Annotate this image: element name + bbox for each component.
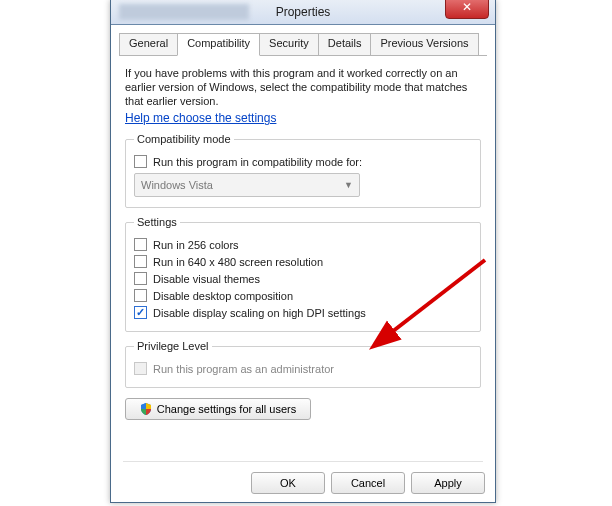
label-disable-dpi-scaling: Disable display scaling on high DPI sett… — [153, 307, 366, 319]
change-all-users-label: Change settings for all users — [157, 403, 296, 415]
checkbox-run-compat-mode[interactable] — [134, 155, 147, 168]
checkbox-disable-dpi-scaling[interactable] — [134, 306, 147, 319]
checkbox-run-as-admin[interactable] — [134, 362, 147, 375]
group-compatibility-mode: Compatibility mode Run this program in c… — [125, 133, 481, 208]
combo-os-version[interactable]: Windows Vista ▼ — [134, 173, 360, 197]
checkbox-256-colors[interactable] — [134, 238, 147, 251]
ok-button[interactable]: OK — [251, 472, 325, 494]
label-disable-desktop-composition: Disable desktop composition — [153, 290, 293, 302]
label-run-as-admin: Run this program as an administrator — [153, 363, 334, 375]
tab-details[interactable]: Details — [318, 33, 372, 55]
group-settings: Settings Run in 256 colors Run in 640 x … — [125, 216, 481, 332]
tab-compatibility[interactable]: Compatibility — [177, 33, 260, 56]
tab-security[interactable]: Security — [259, 33, 319, 55]
shield-icon — [140, 403, 152, 415]
checkbox-640x480[interactable] — [134, 255, 147, 268]
cancel-button[interactable]: Cancel — [331, 472, 405, 494]
label-run-compat-mode: Run this program in compatibility mode f… — [153, 156, 362, 168]
chevron-down-icon: ▼ — [344, 180, 353, 190]
legend-settings: Settings — [134, 216, 180, 228]
help-link[interactable]: Help me choose the settings — [125, 111, 276, 125]
apply-button[interactable]: Apply — [411, 472, 485, 494]
tab-previous-versions[interactable]: Previous Versions — [370, 33, 478, 55]
label-256-colors: Run in 256 colors — [153, 239, 239, 251]
combo-os-value: Windows Vista — [141, 179, 213, 191]
label-disable-visual-themes: Disable visual themes — [153, 273, 260, 285]
checkbox-disable-desktop-composition[interactable] — [134, 289, 147, 302]
label-640x480: Run in 640 x 480 screen resolution — [153, 256, 323, 268]
titlebar: Properties ✕ — [111, 0, 495, 25]
window-title: Properties — [111, 5, 495, 19]
group-privilege-level: Privilege Level Run this program as an a… — [125, 340, 481, 388]
properties-dialog: Properties ✕ General Compatibility Secur… — [110, 0, 496, 503]
checkbox-disable-visual-themes[interactable] — [134, 272, 147, 285]
dialog-footer: OK Cancel Apply — [251, 462, 485, 494]
legend-privilege: Privilege Level — [134, 340, 212, 352]
legend-compat-mode: Compatibility mode — [134, 133, 234, 145]
intro-text: If you have problems with this program a… — [125, 66, 481, 108]
tab-strip: General Compatibility Security Details P… — [119, 33, 487, 56]
tab-content: If you have problems with this program a… — [111, 56, 495, 420]
change-all-users-button[interactable]: Change settings for all users — [125, 398, 311, 420]
close-button[interactable]: ✕ — [445, 0, 489, 19]
tab-general[interactable]: General — [119, 33, 178, 55]
